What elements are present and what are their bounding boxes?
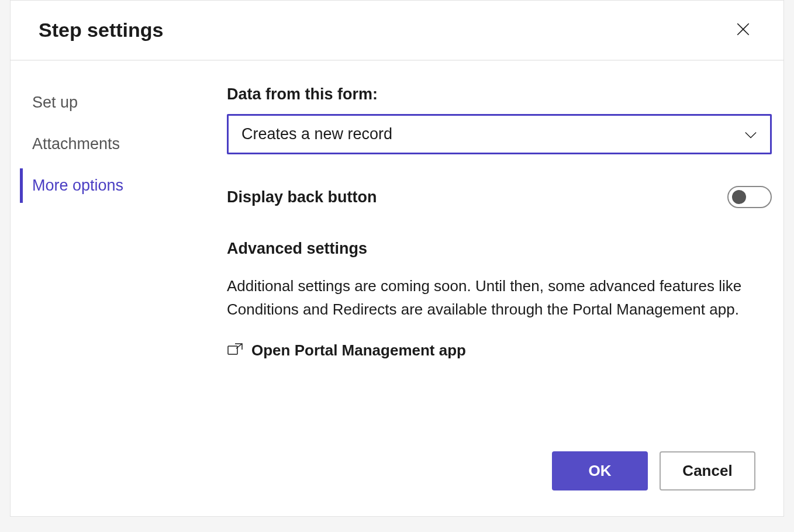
advanced-settings-description: Additional settings are coming soon. Unt… (227, 274, 772, 322)
open-portal-management-label: Open Portal Management app (251, 341, 466, 360)
sidebar-item-label: Attachments (32, 135, 120, 153)
step-settings-dialog: Step settings Set up Attachments More op… (10, 0, 784, 517)
dialog-title: Step settings (39, 19, 163, 42)
sidebar-item-attachments[interactable]: Attachments (20, 127, 209, 161)
main-content: Data from this form: Creates a new recor… (209, 85, 783, 451)
advanced-settings-title: Advanced settings (227, 240, 772, 258)
ok-button[interactable]: OK (552, 451, 648, 490)
sidebar-item-more-options[interactable]: More options (20, 168, 209, 203)
cancel-button[interactable]: Cancel (660, 451, 755, 490)
external-link-icon (227, 343, 243, 358)
close-icon (736, 22, 751, 39)
display-back-button-label: Display back button (227, 188, 377, 206)
dialog-header: Step settings (11, 1, 783, 61)
select-value: Creates a new record (241, 125, 392, 143)
sidebar: Set up Attachments More options (11, 85, 209, 451)
sidebar-item-label: Set up (32, 94, 78, 111)
toggle-knob (732, 190, 746, 204)
display-back-button-toggle[interactable] (727, 186, 772, 208)
sidebar-item-label: More options (32, 177, 123, 194)
data-from-form-label: Data from this form: (227, 85, 772, 103)
close-button[interactable] (731, 17, 755, 43)
data-from-form-select[interactable]: Creates a new record (227, 114, 772, 154)
sidebar-item-setup[interactable]: Set up (20, 85, 209, 120)
svg-rect-2 (228, 346, 237, 354)
open-portal-management-link[interactable]: Open Portal Management app (227, 341, 772, 360)
dialog-footer: OK Cancel (11, 451, 783, 516)
display-back-button-row: Display back button (227, 186, 772, 208)
dialog-body: Set up Attachments More options Data fro… (11, 61, 783, 451)
chevron-down-icon (744, 125, 757, 143)
